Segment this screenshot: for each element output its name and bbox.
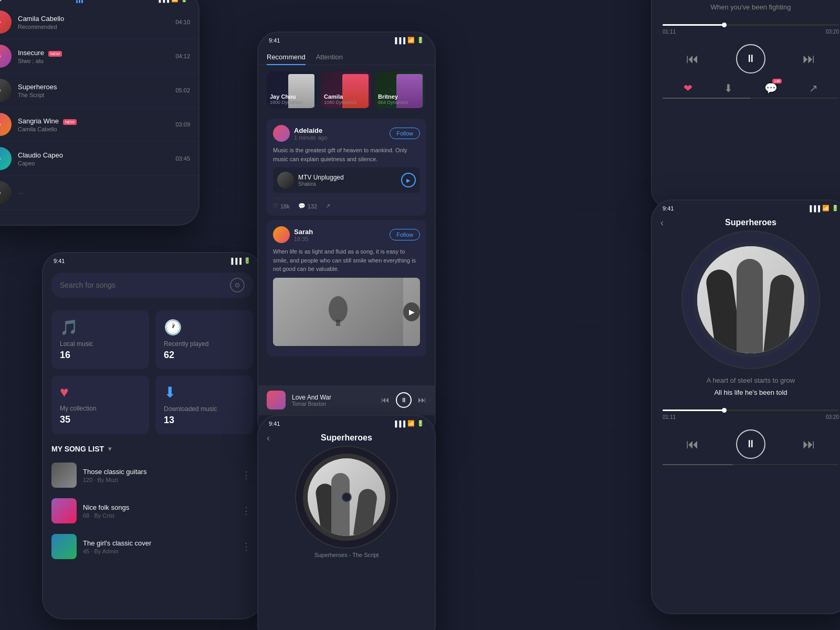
prev-button-top[interactable]: ⏮ xyxy=(686,51,699,66)
tab-recommend[interactable]: Recommend xyxy=(267,50,306,65)
share-icon: ↗ xyxy=(326,203,330,209)
player-lyrics-top: A heart of steel starts to grow When you… xyxy=(652,0,840,20)
mini-player: Love And War Tomar Braxton ⏮ ⏸ ⏭ xyxy=(258,385,435,415)
song-info-5: Claudio Capeo Capeo xyxy=(18,151,169,166)
play-button-image[interactable]: ▶ xyxy=(403,302,420,321)
phone-player-top: 9:41 ▐▐▐ 📶 🔋 A heart of steel starts to … xyxy=(651,0,840,210)
song-item-6[interactable]: ♪ ··· xyxy=(0,176,198,210)
progress-bar-top[interactable] xyxy=(663,24,839,26)
my-collection-card[interactable]: ♥ My collection 35 xyxy=(51,375,149,434)
download-button-top[interactable]: ⬇ xyxy=(724,82,733,94)
song-item-2[interactable]: ♪ Insecure NEW Stwo ; atu 04:12 xyxy=(0,39,198,74)
recently-played-card[interactable]: 🕐 Recently played 62 xyxy=(155,310,253,369)
post-time-2: 18:35 xyxy=(294,236,313,242)
mini-player-title: Love And War xyxy=(292,394,375,401)
album-art-right xyxy=(693,242,808,358)
dots-menu-1[interactable]: ⋮ xyxy=(239,467,253,483)
pause-button-top[interactable]: ⏸ xyxy=(736,44,765,74)
song-info-3: Superheroes The Script xyxy=(18,83,169,98)
follow-button-1[interactable]: Follow xyxy=(390,128,420,139)
pause-button-mini[interactable]: ⏸ xyxy=(396,392,412,408)
playlist-item-1[interactable]: Those classic guitars 120 · By Muzi ⋮ xyxy=(43,457,261,493)
song-thumb-3: ♪ xyxy=(0,79,12,102)
next-button-top[interactable]: ⏭ xyxy=(803,51,815,66)
chevron-down-icon[interactable]: ▾ xyxy=(108,445,111,453)
recommend-cards: Jay Chou 1800 Dynamics Camila 1080 Dynam… xyxy=(258,65,435,114)
lyric-right-2: All his life he's been told xyxy=(663,386,839,398)
status-time-1: 9:41 xyxy=(0,0,2,2)
progress-current-top: 01:11 xyxy=(663,29,676,35)
song-item-3[interactable]: ♪ Superheroes The Script 05:02 xyxy=(0,74,198,108)
player-actions-top: ❤ ⬇ 💬 148 ↗ xyxy=(652,79,840,98)
song-title-6: ··· xyxy=(18,189,190,197)
rec-name-camila: Camila xyxy=(324,93,368,100)
share-1[interactable]: ↗ xyxy=(326,203,330,209)
progress-right: 01:11 03:20 xyxy=(652,405,840,424)
subtitle-bottom: Superheroes - The Script xyxy=(269,552,424,558)
downloaded-label: Downloaded music xyxy=(164,405,245,413)
phone-status-1: 9:41 ▐▐▐ 📶 🔋 xyxy=(0,0,198,5)
comments-1[interactable]: 💬 132 xyxy=(298,203,317,209)
prev-button-right[interactable]: ⏮ xyxy=(686,437,699,452)
rec-card-jay[interactable]: Jay Chou 1800 Dynamics xyxy=(267,71,317,108)
dots-menu-3[interactable]: ⋮ xyxy=(239,539,253,554)
progress-total-top: 03:20 xyxy=(826,29,839,35)
vinyl-center xyxy=(341,492,352,502)
back-button-right[interactable]: ‹ xyxy=(660,217,664,228)
rec-dynamics-britney: 864 Dynamics xyxy=(378,100,422,105)
player-lyrics-right: A heart of steel starts to grow All his … xyxy=(652,368,840,405)
rec-card-camila[interactable]: Camila 1080 Dynamics xyxy=(321,71,371,108)
song-info-2: Insecure NEW Stwo ; atu xyxy=(18,49,169,64)
song-item-5[interactable]: ♪ Claudio Capeo Capeo 03:45 xyxy=(0,142,198,176)
post-sarah: Sarah 18:35 Follow When life is as light… xyxy=(267,220,426,356)
song-thumb-4: ♪ xyxy=(0,113,12,136)
heart-button-top[interactable]: ❤ xyxy=(684,82,692,94)
rec-card-britney[interactable]: Britney 864 Dynamics xyxy=(375,71,425,108)
comment-icon: 💬 xyxy=(298,203,306,209)
downloaded-card[interactable]: ⬇ Downloaded music 13 xyxy=(155,375,253,434)
local-music-card[interactable]: 🎵 Local music 16 xyxy=(51,310,149,369)
likes-1[interactable]: ♡ 18k xyxy=(273,203,290,209)
search-icon[interactable]: ⊙ xyxy=(230,278,245,292)
album-container-right xyxy=(652,232,840,368)
back-header-bottom: ‹ Superheroes xyxy=(258,429,435,447)
song-title-3: Superheroes xyxy=(18,83,169,91)
playlist-info-2: Nice folk songs 68 · By Crist xyxy=(83,503,233,519)
play-button-mtv[interactable]: ▶ xyxy=(401,173,416,187)
song-thumb-2: ♪ xyxy=(0,45,12,68)
next-button-right[interactable]: ⏭ xyxy=(803,437,815,452)
progress-bar-right[interactable] xyxy=(663,410,839,411)
share-button-top[interactable]: ↗ xyxy=(809,82,818,94)
post-name-1: Adelaide xyxy=(294,127,328,134)
dots-menu-2[interactable]: ⋮ xyxy=(239,503,253,519)
post-image-sarah[interactable]: ▶ xyxy=(273,278,420,346)
playlist-thumb-3 xyxy=(51,534,77,559)
rec-name-britney: Britney xyxy=(378,93,422,100)
progress-times-right: 01:11 03:20 xyxy=(663,414,839,420)
playlist-thumb-1 xyxy=(51,463,77,488)
song-item-4[interactable]: ♪ Sangria Wine NEW Camila Cabello 03:09 xyxy=(0,108,198,142)
song-thumb-1: ♪ xyxy=(0,10,12,34)
playlist-info-3: The girl's classic cover 45 · By Admin xyxy=(83,539,233,554)
svg-rect-1 xyxy=(336,320,340,326)
post-song-1[interactable]: MTV Unplugged Shakira ▶ xyxy=(273,167,420,193)
status-right-6: ▐▐▐ 📶 🔋 xyxy=(808,205,839,212)
song-item-1[interactable]: ♪ Camila Cabello Recommended 04:10 xyxy=(0,5,198,39)
playlist-item-3[interactable]: The girl's classic cover 45 · By Admin ⋮ xyxy=(43,529,261,564)
avatar-adelaide xyxy=(273,125,290,142)
post-time-1: 1 minute ago xyxy=(294,134,328,141)
tab-attention[interactable]: Attention xyxy=(316,50,343,65)
playlist-item-2[interactable]: Nice folk songs 68 · By Crist ⋮ xyxy=(43,493,261,529)
playlist-name-3: The girl's classic cover xyxy=(83,539,233,547)
post-user-1: Adelaide 1 minute ago xyxy=(273,125,328,142)
back-button-bottom[interactable]: ‹ xyxy=(267,433,270,444)
chat-button-top[interactable]: 💬 148 xyxy=(764,82,778,94)
song-title-1: Camila Cabello xyxy=(18,15,169,23)
pause-button-right[interactable]: ⏸ xyxy=(736,429,765,459)
search-bar[interactable]: Search for songs ⊙ xyxy=(51,272,253,298)
downloaded-count: 13 xyxy=(164,415,245,426)
playlist-name-2: Nice folk songs xyxy=(83,503,233,511)
next-button-mini[interactable]: ⏭ xyxy=(418,395,426,405)
prev-button-mini[interactable]: ⏮ xyxy=(381,395,390,405)
follow-button-2[interactable]: Follow xyxy=(390,229,420,240)
